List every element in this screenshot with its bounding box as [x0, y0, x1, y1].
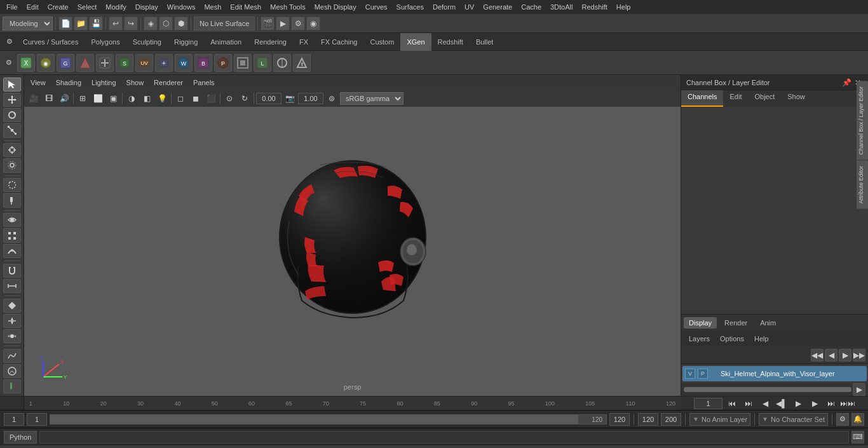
anim-layer-selector[interactable]: ▼ No Anim Layer — [689, 413, 750, 426]
vp-num2[interactable] — [298, 93, 323, 104]
le-tab-render[interactable]: Render — [719, 317, 752, 329]
tab-redshift[interactable]: Redshift — [431, 33, 470, 51]
new-scene-btn[interactable]: 📄 — [58, 17, 72, 31]
vp-wire-btn[interactable]: ▣ — [106, 92, 120, 105]
bc-prefs-btn[interactable]: ⚙ — [836, 413, 849, 426]
hypershade-btn[interactable]: ◉ — [306, 17, 320, 31]
timeline-ruler[interactable]: // Generate ruler ticks (done via positi… — [24, 397, 681, 411]
vp-menu-lighting[interactable]: Lighting — [89, 78, 119, 88]
layer-fwd-btn[interactable]: ▶ — [839, 349, 851, 362]
layer-item[interactable]: V P Ski_Helmet_Alpina_with_Visor_layer — [682, 366, 867, 381]
vp-cam-btn[interactable]: 📷 — [283, 92, 297, 105]
viewport[interactable]: View Shading Lighting Show Renderer Pane… — [24, 75, 681, 396]
cb-tab-show[interactable]: Show — [781, 90, 811, 107]
python-input[interactable] — [39, 431, 849, 444]
soft-select-tool[interactable] — [3, 158, 21, 172]
magnet-tool[interactable] — [3, 264, 21, 278]
side-tab-channel-box[interactable]: Channel Box / Layer Editor — [857, 81, 868, 160]
layer-scroll-right[interactable]: ▶ — [853, 383, 865, 396]
shelf-icon-13[interactable]: L — [254, 54, 271, 72]
tab-custom[interactable]: Custom — [364, 33, 401, 51]
menu-edit-mesh[interactable]: Edit Mesh — [226, 2, 265, 12]
shelf-icon-4[interactable] — [76, 54, 94, 72]
paint-select-btn[interactable]: ⬢ — [174, 17, 188, 31]
shelf-icon-5[interactable] — [96, 54, 114, 72]
le-tab-display[interactable]: Display — [684, 317, 717, 329]
menu-redshift[interactable]: Redshift — [578, 2, 611, 12]
live-surface-btn[interactable]: No Live Surface — [194, 17, 255, 31]
move-tool[interactable] — [3, 93, 21, 107]
vp-isolate-btn[interactable]: ⊙ — [222, 92, 236, 105]
bc-progress-bar[interactable]: 120 — [50, 414, 607, 424]
xgen-brush-tool[interactable] — [3, 379, 21, 393]
paint-tool[interactable] — [3, 193, 21, 207]
rotate-tool[interactable] — [3, 108, 21, 122]
le-tab-anim[interactable]: Anim — [755, 317, 781, 329]
shelf-icon-6[interactable]: S — [116, 54, 133, 72]
vp-color-profile[interactable]: sRGB gamma — [340, 92, 403, 105]
bc-end-input[interactable] — [609, 413, 630, 426]
tab-xgen[interactable]: XGen — [400, 33, 431, 51]
menu-help[interactable]: Help — [613, 2, 635, 12]
cb-tab-edit[interactable]: Edit — [723, 90, 748, 107]
render-settings-btn[interactable]: ⚙ — [291, 17, 305, 31]
shelf-icon-8[interactable]: + — [155, 54, 173, 72]
pb-start-btn[interactable]: ⏮ — [725, 397, 739, 411]
vp-light-btn[interactable]: 💡 — [155, 92, 169, 105]
bc-frame-current[interactable] — [4, 413, 24, 426]
select-tool-btn[interactable]: ◈ — [144, 17, 158, 31]
menu-curves[interactable]: Curves — [362, 2, 391, 12]
menu-edit[interactable]: Edit — [23, 2, 43, 12]
vp-menu-renderer[interactable]: Renderer — [151, 78, 186, 88]
vp-circle-btn[interactable]: ⊚ — [325, 92, 339, 105]
vp-shadow-btn[interactable]: ◼ — [189, 92, 203, 105]
tab-animation[interactable]: Animation — [204, 33, 248, 51]
tab-bullet[interactable]: Bullet — [470, 33, 500, 51]
shelf-icon-1[interactable]: X — [17, 54, 35, 72]
bc-max-input[interactable] — [638, 413, 658, 426]
ipr-btn[interactable]: ▶ — [276, 17, 290, 31]
tab-curves-surfaces[interactable]: Curves / Surfaces — [17, 33, 85, 51]
pb-play-btn[interactable]: ▶ — [791, 397, 805, 411]
lasso-tool[interactable] — [3, 178, 21, 192]
bc-range-end-input[interactable] — [661, 413, 681, 426]
layer-opt-help[interactable]: Help — [750, 334, 773, 344]
scale-tool[interactable] — [3, 123, 21, 137]
lasso-tool-btn[interactable]: ⬡ — [159, 17, 173, 31]
pb-play-back-btn[interactable]: ◀▌ — [775, 397, 789, 411]
menu-modify[interactable]: Modify — [102, 2, 130, 12]
shelf-settings-btn[interactable]: ⚙ — [3, 57, 15, 69]
vp-xray-btn[interactable]: ◻ — [173, 92, 187, 105]
status-kbd-btn[interactable]: ⌨ — [851, 431, 864, 444]
render-btn[interactable]: 🎬 — [261, 17, 275, 31]
tab-sculpting[interactable]: Sculpting — [126, 33, 168, 51]
undo-btn[interactable]: ↩ — [109, 17, 123, 31]
inbetween-tool[interactable] — [3, 329, 21, 343]
shelf-icon-11[interactable]: P — [214, 54, 232, 72]
layer-opt-options[interactable]: Options — [716, 334, 748, 344]
pb-prev-key-btn[interactable]: ⏭ — [742, 397, 756, 411]
sculpt-tool[interactable] — [3, 364, 21, 378]
shelf-icon-15[interactable]: ⬆ — [293, 54, 311, 72]
vp-menu-view[interactable]: View — [28, 78, 48, 88]
menu-mesh-tools[interactable]: Mesh Tools — [266, 2, 309, 12]
vp-shade-btn[interactable]: ◑ — [125, 92, 139, 105]
snap-grid-tool[interactable] — [3, 228, 21, 242]
shelf-icon-12[interactable] — [234, 54, 252, 72]
vp-menu-shading[interactable]: Shading — [53, 78, 84, 88]
graph-tool[interactable] — [3, 349, 21, 363]
shelf-icon-10[interactable]: B — [194, 54, 212, 72]
tab-polygons[interactable]: Polygons — [85, 33, 126, 51]
vp-cycle-btn[interactable]: ↻ — [238, 92, 252, 105]
bc-sound-btn[interactable]: 🔔 — [851, 413, 864, 426]
vp-texture-btn[interactable]: ◧ — [140, 92, 154, 105]
shelf-icon-9[interactable]: W — [175, 54, 193, 72]
menu-generate[interactable]: Generate — [479, 2, 516, 12]
tab-rigging[interactable]: Rigging — [168, 33, 204, 51]
measure-tool[interactable] — [3, 279, 21, 293]
select-tool[interactable] — [3, 78, 21, 92]
vp-grid-btn[interactable]: ⊞ — [76, 92, 90, 105]
pb-step-back-btn[interactable]: ◀ — [758, 397, 772, 411]
shelf-icon-3[interactable]: G — [57, 54, 74, 72]
menu-file[interactable]: File — [3, 2, 22, 12]
